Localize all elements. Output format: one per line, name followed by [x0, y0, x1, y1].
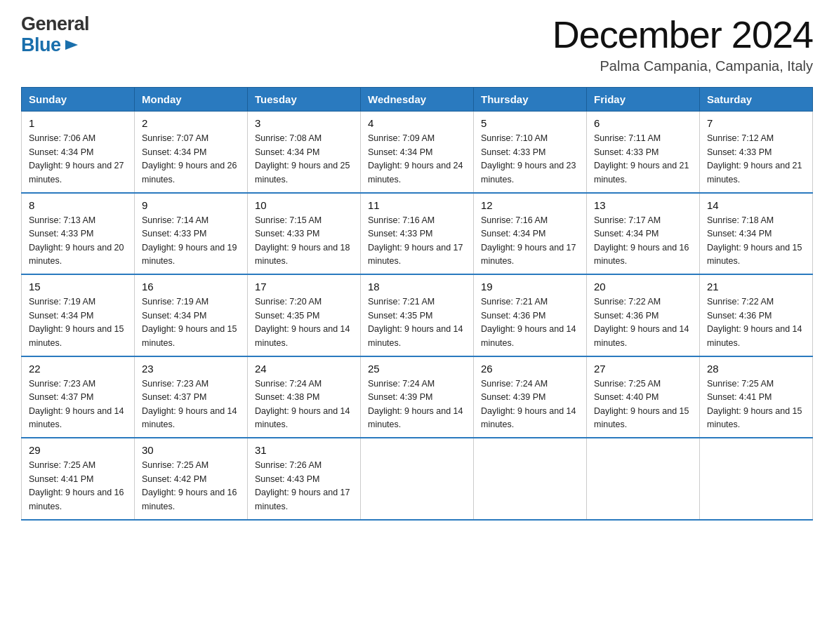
- day-number: 2: [142, 117, 240, 129]
- day-number: 10: [255, 199, 353, 211]
- day-info: Sunrise: 7:25 AMSunset: 4:42 PMDaylight:…: [142, 460, 237, 511]
- day-number: 15: [29, 281, 127, 293]
- logo-text: General Blue: [21, 14, 89, 55]
- day-number: 27: [594, 363, 692, 375]
- table-row: [587, 438, 700, 520]
- day-number: 4: [368, 117, 466, 129]
- table-row: 2 Sunrise: 7:07 AMSunset: 4:34 PMDayligh…: [135, 112, 248, 193]
- logo-triangle-icon: [64, 37, 79, 53]
- table-row: [700, 438, 813, 520]
- day-info: Sunrise: 7:22 AMSunset: 4:36 PMDaylight:…: [594, 297, 689, 347]
- day-info: Sunrise: 7:06 AMSunset: 4:34 PMDaylight:…: [29, 133, 124, 184]
- day-info: Sunrise: 7:21 AMSunset: 4:35 PMDaylight:…: [368, 297, 463, 347]
- header-sunday: Sunday: [22, 88, 135, 112]
- table-row: 21 Sunrise: 7:22 AMSunset: 4:36 PMDaylig…: [700, 274, 813, 356]
- table-row: 24 Sunrise: 7:24 AMSunset: 4:38 PMDaylig…: [248, 356, 361, 438]
- day-info: Sunrise: 7:23 AMSunset: 4:37 PMDaylight:…: [142, 379, 237, 429]
- day-number: 8: [29, 199, 127, 211]
- day-number: 17: [255, 281, 353, 293]
- table-row: 3 Sunrise: 7:08 AMSunset: 4:34 PMDayligh…: [248, 112, 361, 193]
- day-number: 7: [707, 117, 805, 129]
- table-row: 5 Sunrise: 7:10 AMSunset: 4:33 PMDayligh…: [474, 112, 587, 193]
- header-monday: Monday: [135, 88, 248, 112]
- table-row: 30 Sunrise: 7:25 AMSunset: 4:42 PMDaylig…: [135, 438, 248, 520]
- day-number: 20: [594, 281, 692, 293]
- header-wednesday: Wednesday: [361, 88, 474, 112]
- day-info: Sunrise: 7:17 AMSunset: 4:34 PMDaylight:…: [594, 215, 689, 266]
- day-number: 26: [481, 363, 579, 375]
- title-block: December 2024 Palma Campania, Campania, …: [552, 14, 813, 74]
- day-info: Sunrise: 7:26 AMSunset: 4:43 PMDaylight:…: [255, 460, 350, 511]
- day-number: 16: [142, 281, 240, 293]
- day-number: 1: [29, 117, 127, 129]
- day-info: Sunrise: 7:10 AMSunset: 4:33 PMDaylight:…: [481, 133, 576, 184]
- logo-general: General: [21, 14, 89, 35]
- table-row: 11 Sunrise: 7:16 AMSunset: 4:33 PMDaylig…: [361, 193, 474, 275]
- day-number: 30: [142, 444, 240, 456]
- table-row: 20 Sunrise: 7:22 AMSunset: 4:36 PMDaylig…: [587, 274, 700, 356]
- table-row: 4 Sunrise: 7:09 AMSunset: 4:34 PMDayligh…: [361, 112, 474, 193]
- day-number: 14: [707, 199, 805, 211]
- day-number: 6: [594, 117, 692, 129]
- calendar-week-row: 15 Sunrise: 7:19 AMSunset: 4:34 PMDaylig…: [22, 274, 813, 356]
- day-info: Sunrise: 7:09 AMSunset: 4:34 PMDaylight:…: [368, 133, 463, 184]
- day-info: Sunrise: 7:19 AMSunset: 4:34 PMDaylight:…: [142, 297, 237, 347]
- header-friday: Friday: [587, 88, 700, 112]
- table-row: 8 Sunrise: 7:13 AMSunset: 4:33 PMDayligh…: [22, 193, 135, 275]
- day-info: Sunrise: 7:24 AMSunset: 4:39 PMDaylight:…: [481, 379, 576, 429]
- day-number: 12: [481, 199, 579, 211]
- logo: General Blue: [21, 14, 89, 55]
- day-number: 19: [481, 281, 579, 293]
- table-row: 10 Sunrise: 7:15 AMSunset: 4:33 PMDaylig…: [248, 193, 361, 275]
- day-info: Sunrise: 7:08 AMSunset: 4:34 PMDaylight:…: [255, 133, 350, 184]
- table-row: 6 Sunrise: 7:11 AMSunset: 4:33 PMDayligh…: [587, 112, 700, 193]
- table-row: [474, 438, 587, 520]
- day-info: Sunrise: 7:15 AMSunset: 4:33 PMDaylight:…: [255, 215, 350, 266]
- calendar-week-row: 8 Sunrise: 7:13 AMSunset: 4:33 PMDayligh…: [22, 193, 813, 275]
- table-row: 1 Sunrise: 7:06 AMSunset: 4:34 PMDayligh…: [22, 112, 135, 193]
- table-row: 16 Sunrise: 7:19 AMSunset: 4:34 PMDaylig…: [135, 274, 248, 356]
- day-info: Sunrise: 7:12 AMSunset: 4:33 PMDaylight:…: [707, 133, 802, 184]
- logo-blue: Blue: [21, 35, 89, 56]
- day-info: Sunrise: 7:24 AMSunset: 4:38 PMDaylight:…: [255, 379, 350, 429]
- calendar-week-row: 29 Sunrise: 7:25 AMSunset: 4:41 PMDaylig…: [22, 438, 813, 520]
- day-info: Sunrise: 7:13 AMSunset: 4:33 PMDaylight:…: [29, 215, 124, 266]
- day-info: Sunrise: 7:11 AMSunset: 4:33 PMDaylight:…: [594, 133, 689, 184]
- table-row: 15 Sunrise: 7:19 AMSunset: 4:34 PMDaylig…: [22, 274, 135, 356]
- day-info: Sunrise: 7:25 AMSunset: 4:41 PMDaylight:…: [29, 460, 124, 511]
- table-row: 28 Sunrise: 7:25 AMSunset: 4:41 PMDaylig…: [700, 356, 813, 438]
- header-saturday: Saturday: [700, 88, 813, 112]
- day-number: 28: [707, 363, 805, 375]
- day-number: 25: [368, 363, 466, 375]
- table-row: 29 Sunrise: 7:25 AMSunset: 4:41 PMDaylig…: [22, 438, 135, 520]
- svg-marker-0: [65, 40, 78, 50]
- day-number: 9: [142, 199, 240, 211]
- table-row: 26 Sunrise: 7:24 AMSunset: 4:39 PMDaylig…: [474, 356, 587, 438]
- table-row: 12 Sunrise: 7:16 AMSunset: 4:34 PMDaylig…: [474, 193, 587, 275]
- day-info: Sunrise: 7:18 AMSunset: 4:34 PMDaylight:…: [707, 215, 802, 266]
- day-number: 3: [255, 117, 353, 129]
- table-row: 27 Sunrise: 7:25 AMSunset: 4:40 PMDaylig…: [587, 356, 700, 438]
- table-row: 17 Sunrise: 7:20 AMSunset: 4:35 PMDaylig…: [248, 274, 361, 356]
- day-info: Sunrise: 7:25 AMSunset: 4:41 PMDaylight:…: [707, 379, 802, 429]
- table-row: 23 Sunrise: 7:23 AMSunset: 4:37 PMDaylig…: [135, 356, 248, 438]
- day-info: Sunrise: 7:24 AMSunset: 4:39 PMDaylight:…: [368, 379, 463, 429]
- day-number: 13: [594, 199, 692, 211]
- location-subtitle: Palma Campania, Campania, Italy: [552, 58, 813, 74]
- calendar-header-row: Sunday Monday Tuesday Wednesday Thursday…: [22, 88, 813, 112]
- day-info: Sunrise: 7:20 AMSunset: 4:35 PMDaylight:…: [255, 297, 350, 347]
- day-info: Sunrise: 7:22 AMSunset: 4:36 PMDaylight:…: [707, 297, 802, 347]
- table-row: 9 Sunrise: 7:14 AMSunset: 4:33 PMDayligh…: [135, 193, 248, 275]
- header-tuesday: Tuesday: [248, 88, 361, 112]
- day-info: Sunrise: 7:19 AMSunset: 4:34 PMDaylight:…: [29, 297, 124, 347]
- table-row: 14 Sunrise: 7:18 AMSunset: 4:34 PMDaylig…: [700, 193, 813, 275]
- table-row: 22 Sunrise: 7:23 AMSunset: 4:37 PMDaylig…: [22, 356, 135, 438]
- page-header: General Blue December 2024 Palma Campani…: [21, 14, 813, 74]
- day-info: Sunrise: 7:07 AMSunset: 4:34 PMDaylight:…: [142, 133, 237, 184]
- month-title: December 2024: [552, 14, 813, 55]
- day-number: 29: [29, 444, 127, 456]
- table-row: [361, 438, 474, 520]
- day-info: Sunrise: 7:23 AMSunset: 4:37 PMDaylight:…: [29, 379, 124, 429]
- calendar-week-row: 22 Sunrise: 7:23 AMSunset: 4:37 PMDaylig…: [22, 356, 813, 438]
- calendar-table: Sunday Monday Tuesday Wednesday Thursday…: [21, 87, 813, 521]
